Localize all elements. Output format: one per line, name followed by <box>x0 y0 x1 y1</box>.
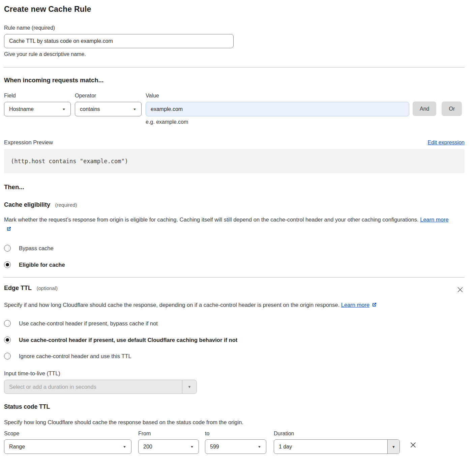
section-divider <box>3 67 465 67</box>
edge-ttl-header: Edge TTL (optional) <box>4 285 465 295</box>
from-label: From <box>138 431 199 437</box>
scope-select-value: Range <box>9 444 25 450</box>
edge-ttl-learn-more-link[interactable]: Learn more <box>341 302 369 308</box>
radio-edge-ttl-default[interactable]: Use cache-control header if present, use… <box>4 337 465 343</box>
close-icon <box>410 444 416 449</box>
external-link-icon <box>371 301 377 310</box>
field-select-value: Hostname <box>9 106 34 112</box>
duration-label: Duration <box>274 431 400 437</box>
section-divider <box>3 277 465 278</box>
radio-eligible-for-cache-label: Eligible for cache <box>19 262 65 268</box>
radio-icon[interactable] <box>4 245 11 252</box>
duration-select[interactable]: 1 day ▼ <box>274 439 400 454</box>
cache-eligibility-description-text: Mark whether the request’s response from… <box>4 216 419 223</box>
radio-selected-icon[interactable] <box>4 337 11 343</box>
radio-selected-icon[interactable] <box>4 261 11 268</box>
expression-code-box: (http.host contains "example.com") <box>4 149 465 173</box>
match-row: Field Hostname ▼ Operator contains ▼ Val… <box>4 93 465 125</box>
rule-name-input[interactable]: Cache TTL by status code on example.com <box>4 34 234 48</box>
cache-eligibility-title: Cache eligibility <box>4 201 50 208</box>
expression-preview-label: Expression Preview <box>4 139 53 146</box>
field-select[interactable]: Hostname ▼ <box>4 102 71 116</box>
status-code-ttl-description: Specify how long Cloudflare should cache… <box>4 417 456 427</box>
expression-header: Expression Preview Edit expression <box>4 139 465 146</box>
value-input-text: example.com <box>151 106 183 112</box>
create-cache-rule-form: Create new Cache Rule Rule name (require… <box>0 0 476 454</box>
close-icon <box>457 289 463 294</box>
radio-eligible-for-cache[interactable]: Eligible for cache <box>4 261 465 268</box>
ttl-duration-placeholder: Select or add a duration in seconds <box>4 380 182 394</box>
cache-eligibility-description: Mark whether the request’s response from… <box>4 215 456 234</box>
chevron-down-icon: ▼ <box>258 445 261 448</box>
from-select[interactable]: 200 ▼ <box>138 439 199 454</box>
radio-bypass-cache[interactable]: Bypass cache <box>4 245 465 252</box>
edge-ttl-description-text: Specify if and how long Cloudflare shoul… <box>4 302 339 308</box>
radio-edge-ttl-bypass[interactable]: Use cache-control header if present, byp… <box>4 320 465 327</box>
status-code-ttl-row: Scope Range ▼ From 200 ▼ to 599 ▼ Durati… <box>4 431 465 454</box>
radio-icon[interactable] <box>4 320 11 327</box>
chevron-down-icon: ▼ <box>190 445 194 448</box>
status-code-ttl-title: Status code TTL <box>4 403 465 410</box>
radio-edge-ttl-ignore-label: Ignore cache-control header and use this… <box>19 353 131 359</box>
and-button[interactable]: And <box>413 102 436 116</box>
external-link-icon <box>6 225 11 234</box>
chevron-down-icon[interactable]: ▼ <box>182 380 197 394</box>
chevron-down-icon[interactable]: ▼ <box>387 440 399 454</box>
chevron-down-icon: ▼ <box>123 445 126 448</box>
from-select-value: 200 <box>143 444 152 450</box>
value-label: Value <box>146 93 409 99</box>
edge-ttl-description: Specify if and how long Cloudflare shoul… <box>4 300 456 310</box>
chevron-down-icon: ▼ <box>62 108 66 111</box>
to-select[interactable]: 599 ▼ <box>205 439 266 454</box>
operator-select-value: contains <box>80 106 100 112</box>
then-heading: Then... <box>4 183 465 191</box>
cache-eligibility-learn-more-link[interactable]: Learn more <box>420 216 448 223</box>
edge-ttl-close-button[interactable] <box>456 285 465 295</box>
or-button[interactable]: Or <box>442 102 462 116</box>
radio-bypass-cache-label: Bypass cache <box>19 245 54 252</box>
operator-select[interactable]: contains ▼ <box>75 102 142 116</box>
to-select-value: 599 <box>210 444 219 450</box>
remove-status-code-row-button[interactable] <box>408 440 418 451</box>
required-tag: (required) <box>55 202 77 208</box>
duration-select-value: 1 day <box>274 440 387 454</box>
scope-label: Scope <box>4 431 131 437</box>
value-input[interactable]: example.com <box>146 102 409 116</box>
rule-name-help: Give your rule a descriptive name. <box>4 51 465 57</box>
optional-tag: (optional) <box>36 285 58 291</box>
chevron-down-icon: ▼ <box>133 108 137 111</box>
page-title: Create new Cache Rule <box>4 5 465 14</box>
edge-ttl-title: Edge TTL <box>4 285 32 291</box>
field-label: Field <box>4 93 71 99</box>
edit-expression-link[interactable]: Edit expression <box>428 140 465 146</box>
match-heading: When incoming requests match... <box>4 77 465 84</box>
value-help: e.g. example.com <box>146 119 409 125</box>
rule-name-value: Cache TTL by status code on example.com <box>9 38 113 44</box>
radio-edge-ttl-default-label: Use cache-control header if present, use… <box>19 337 237 343</box>
radio-icon[interactable] <box>4 353 11 359</box>
scope-select[interactable]: Range ▼ <box>4 439 131 454</box>
expression-code: (http.host contains "example.com") <box>11 158 128 165</box>
ttl-input-label: Input time-to-live (TTL) <box>4 370 465 377</box>
radio-edge-ttl-bypass-label: Use cache-control header if present, byp… <box>19 320 158 327</box>
radio-edge-ttl-ignore[interactable]: Ignore cache-control header and use this… <box>4 353 465 359</box>
operator-label: Operator <box>75 93 142 99</box>
to-label: to <box>205 431 266 437</box>
rule-name-label: Rule name (required) <box>4 25 465 31</box>
ttl-duration-select[interactable]: Select or add a duration in seconds ▼ <box>4 380 197 394</box>
cache-eligibility-title-row: Cache eligibility (required) <box>4 201 465 208</box>
